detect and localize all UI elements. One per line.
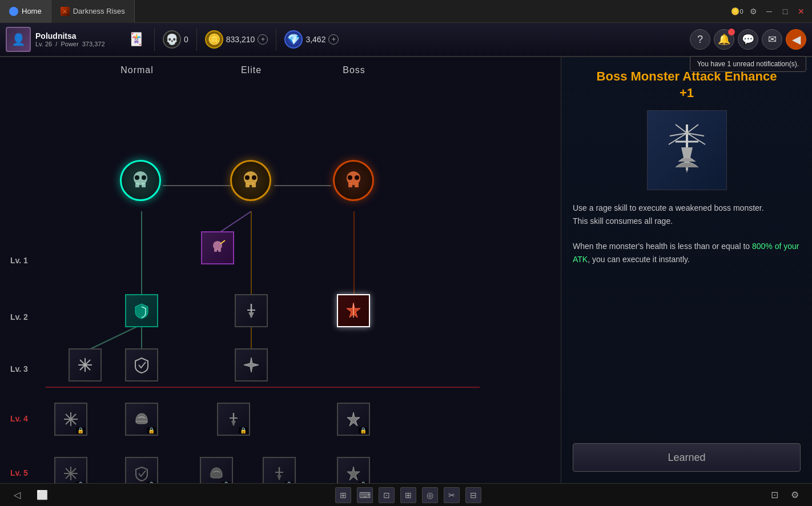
level-1-label: Lv. 1 bbox=[10, 256, 28, 265]
column-headers: Normal Elite Boss bbox=[80, 65, 561, 75]
notifications-button[interactable]: 🔔 bbox=[714, 29, 734, 50]
lock-icon: 🔒 bbox=[76, 427, 85, 433]
svg-point-19 bbox=[252, 175, 256, 180]
boss-header: Boss bbox=[308, 65, 400, 75]
separator2 bbox=[196, 28, 197, 51]
svg-rect-17 bbox=[252, 183, 256, 187]
back-nav-button[interactable]: ◁ bbox=[9, 487, 25, 503]
lv5-normal-right-node[interactable]: 🔒 bbox=[125, 457, 158, 483]
lv2-boss-skill-node[interactable] bbox=[337, 294, 370, 327]
svg-point-14 bbox=[142, 175, 146, 180]
elite-header: Elite bbox=[194, 65, 308, 75]
lv4-normal-left-icon: 🔒 bbox=[54, 403, 87, 436]
lv5-normal-left-node[interactable]: 🔒 bbox=[54, 457, 87, 483]
multi-instance-icon[interactable]: ⊞ bbox=[400, 487, 416, 503]
elite-skull-icon bbox=[230, 160, 271, 201]
window-controls: 🪙 0 ⚙ ─ □ ✕ bbox=[732, 6, 812, 17]
svg-rect-21 bbox=[348, 183, 352, 187]
tab-home[interactable]: Home bbox=[0, 0, 51, 23]
minimize-button[interactable]: ─ bbox=[764, 6, 774, 17]
title-bar: Home ⚔ Darkness Rises 🪙 0 ⚙ ─ □ ✕ bbox=[0, 0, 812, 23]
level-3-label: Lv. 3 bbox=[10, 364, 28, 374]
lv5-normal-left-icon: 🔒 bbox=[54, 457, 87, 483]
skill-description: Use a rage skill to execute a weakened b… bbox=[573, 202, 801, 434]
svg-point-13 bbox=[135, 175, 139, 180]
game-tab-icon: ⚔ bbox=[61, 7, 70, 16]
gem-icon: 💎 bbox=[284, 30, 303, 49]
mail-button[interactable]: ✉ bbox=[762, 29, 782, 50]
location-icon[interactable]: ◎ bbox=[422, 487, 438, 503]
tab-game[interactable]: ⚔ Darkness Rises bbox=[51, 0, 135, 23]
jester-icon: 🃏 bbox=[126, 29, 146, 50]
skill-footer: Learned bbox=[573, 443, 801, 472]
lv4-elite-right-node[interactable]: 🔒 bbox=[217, 403, 250, 436]
skull-icon: 💀 bbox=[163, 30, 181, 49]
svg-point-18 bbox=[245, 175, 250, 180]
gold-currency: 🪙 833,210 + bbox=[205, 30, 268, 49]
settings-bottom-button[interactable]: ⚙ bbox=[787, 487, 803, 503]
home-nav-button[interactable]: ⬜ bbox=[34, 487, 50, 503]
bottom-bar: ◁ ⬜ ⊞ ⌨ ⊡ ⊞ ◎ ✂ ⊟ ⊡ ⚙ bbox=[0, 483, 812, 506]
lv5-elite-right-icon: 🔒 bbox=[263, 457, 296, 483]
settings-icon[interactable]: ⚙ bbox=[748, 6, 758, 17]
normal-header: Normal bbox=[80, 65, 194, 75]
lv5-elite-left-icon: 🔒 bbox=[200, 457, 233, 483]
gold-icon: 🪙 bbox=[205, 30, 223, 49]
lv1-elite-skill-node[interactable] bbox=[201, 231, 234, 264]
lv2-normal-skill-icon bbox=[125, 294, 158, 327]
back-button[interactable]: ◀ bbox=[786, 29, 806, 50]
lv5-elite-right-node[interactable]: 🔒 bbox=[263, 457, 296, 483]
skill-tree-panel: Normal Elite Boss bbox=[0, 57, 561, 483]
lv5-elite-left-node[interactable]: 🔒 bbox=[200, 457, 233, 483]
svg-line-1 bbox=[86, 324, 142, 351]
lv3-elite-node[interactable] bbox=[235, 348, 268, 381]
normal-skull-icon bbox=[120, 160, 161, 201]
lv3-normal-left-node[interactable] bbox=[69, 348, 102, 381]
lock-icon-2: 🔒 bbox=[147, 427, 156, 433]
lv4-elite-right-icon: 🔒 bbox=[217, 403, 250, 436]
skill-title: Boss Monster Attack Enhance +1 bbox=[573, 69, 801, 101]
screen-icon[interactable]: ⊟ bbox=[465, 487, 481, 503]
svg-line-3 bbox=[217, 211, 251, 234]
lv1-elite-skill-icon bbox=[201, 231, 234, 264]
notification-badge bbox=[728, 29, 735, 35]
skull-currency: 💀 0 bbox=[163, 30, 188, 49]
add-gold-button[interactable]: + bbox=[258, 34, 268, 45]
normal-skull-node[interactable] bbox=[120, 160, 161, 201]
lv4-normal-left-node[interactable]: 🔒 bbox=[54, 403, 87, 436]
bluestacks-icon bbox=[9, 7, 18, 16]
learned-button[interactable]: Learned bbox=[573, 443, 801, 472]
avatar: 👤 bbox=[6, 27, 31, 52]
player-info: 👤 Poludnitsa Lv. 26 / Power 373,372 bbox=[6, 27, 120, 52]
tool-icon[interactable]: ✂ bbox=[444, 487, 460, 503]
add-gem-button[interactable]: + bbox=[328, 34, 339, 45]
close-button[interactable]: ✕ bbox=[796, 6, 806, 17]
chat-button[interactable]: 💬 bbox=[738, 29, 758, 50]
elite-skull-node[interactable] bbox=[230, 160, 271, 201]
svg-rect-27 bbox=[218, 249, 221, 252]
lock-icon-3: 🔒 bbox=[239, 427, 248, 433]
lv2-normal-skill-node[interactable] bbox=[125, 294, 158, 327]
boss-skull-node[interactable] bbox=[333, 160, 374, 201]
lv2-elite-skill-icon bbox=[235, 294, 268, 327]
lv4-elite-left-node[interactable]: 🔒 bbox=[125, 403, 158, 436]
lv3-normal-right-node[interactable] bbox=[125, 348, 158, 381]
lv2-elite-skill-node[interactable] bbox=[235, 294, 268, 327]
tabs-container: Home ⚔ Darkness Rises bbox=[0, 0, 135, 23]
lock-icon-5: 🔒 bbox=[76, 481, 85, 483]
screenshot-icon[interactable]: ⊡ bbox=[379, 487, 395, 503]
expand-button[interactable]: ⊡ bbox=[766, 487, 782, 503]
lv3-normal-right-icon bbox=[125, 348, 158, 381]
input-icon[interactable]: ⌨ bbox=[357, 487, 373, 503]
lv4-boss-node[interactable]: 🔒 bbox=[337, 403, 370, 436]
maximize-button[interactable]: □ bbox=[780, 6, 790, 17]
lv3-elite-icon bbox=[235, 348, 268, 381]
help-button[interactable]: ? bbox=[690, 29, 710, 50]
keyboard-icon[interactable]: ⊞ bbox=[335, 487, 351, 503]
lv5-boss-icon: 🔒 bbox=[337, 457, 370, 483]
skill-detail-panel: Boss Monster Attack Enhance +1 Use a rag… bbox=[561, 57, 812, 483]
svg-point-25 bbox=[213, 241, 222, 250]
svg-point-23 bbox=[348, 175, 352, 180]
hud-bar: 👤 Poludnitsa Lv. 26 / Power 373,372 🃏 💀 … bbox=[0, 23, 812, 57]
lv5-boss-node[interactable]: 🔒 bbox=[337, 457, 370, 483]
